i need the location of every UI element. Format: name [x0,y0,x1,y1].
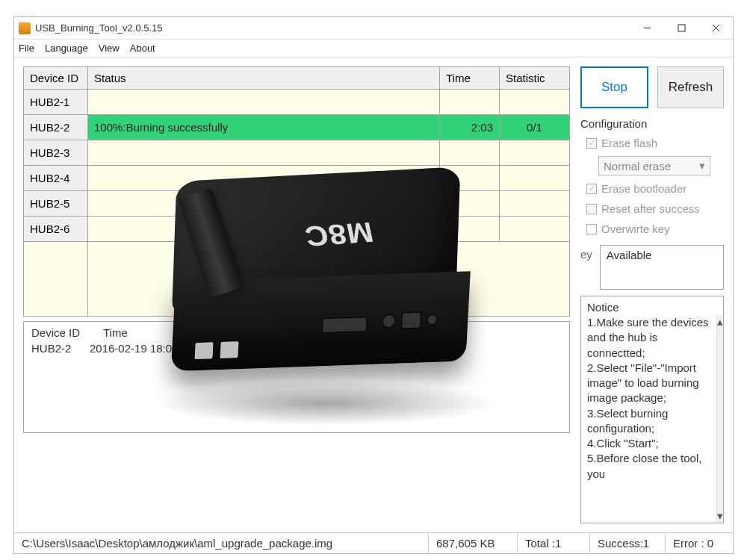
cell-time [440,191,500,217]
col-device-id[interactable]: Device ID [24,67,88,90]
checkbox-icon [586,224,597,234]
cell-time [440,140,500,166]
cell-status [88,166,440,191]
status-success: Success:1 [590,537,665,550]
scroll-down-icon: ▾ [717,509,723,523]
checkbox-icon [586,204,597,214]
key-available-row: ey Available [580,245,724,290]
cell-device-id: HUB2-6 [24,217,88,242]
table-row[interactable]: HUB2-2100%:Burning successfully2:030/1 [24,115,570,140]
cell-device-id: HUB2-2 [24,115,88,140]
refresh-button[interactable]: Refresh [657,66,724,108]
log-col-time: Time [103,326,148,339]
cell-statistic [500,191,570,217]
cell-statistic [500,140,570,166]
cell-statistic [500,90,570,115]
svg-rect-1 [678,25,685,31]
cfg-overwrite-key-label: Overwirte key [601,223,670,235]
window-title: USB_Burning_Tool_v2.0.5.15 [35,22,630,34]
table-row[interactable]: HUB2-1 [24,90,570,115]
menu-language[interactable]: Language [45,43,88,54]
notice-title: Notice [581,296,723,315]
notice-line: 3.Select burning configuration; [587,406,710,437]
cfg-reset-after-label: Reset after success [601,202,700,215]
cell-time: 2:03 [440,115,500,140]
cell-status: 100%:Burning successfully [88,115,440,140]
cell-statistic: 0/1 [500,115,570,140]
cell-device-id: HUB2-3 [24,140,88,166]
status-bar: C:\Users\Isaac\Desktop\амлоджик\aml_upgr… [14,532,733,553]
cfg-reset-after[interactable]: Reset after success [580,202,724,216]
cfg-erase-flash[interactable]: Erase flash [580,136,724,150]
log-result: [0x00000000] [254,342,562,355]
col-status[interactable]: Status [88,67,440,90]
cell-status [88,140,440,166]
close-button[interactable] [698,17,733,39]
cell-time [440,217,500,242]
col-time[interactable]: Time [440,67,500,90]
upper-pane: Device ID Status Time Statistic HUB2-1HU… [23,66,724,523]
log-pane: Device ID Time HUB2-2 2016-02-19 18:05:2… [23,321,570,433]
cfg-erase-flash-label: Erase flash [601,137,657,149]
notice-line: 2.Select "File"-"Import image" to load b… [587,361,710,406]
chevron-down-icon: ▾ [699,159,705,172]
log-device-id: HUB2-2 [31,342,90,355]
app-icon [19,22,31,34]
status-path: C:\Users\Isaac\Desktop\амлоджик\aml_upgr… [14,537,428,550]
erase-mode-value: Normal erase [604,160,671,172]
notice-box: Notice 1.Make sure the devices and the h… [580,296,724,523]
window-controls [630,17,733,39]
notice-line: 5.Before close the tool, you [587,451,710,482]
cell-status [88,90,440,115]
left-pane: Device ID Status Time Statistic HUB2-1HU… [23,66,570,523]
maximize-button[interactable] [664,17,698,39]
table-row[interactable]: HUB2-3 [24,140,570,166]
cell-status [88,191,440,217]
status-total: Total :1 [518,537,589,550]
log-col-id: Device ID [31,326,90,339]
menu-bar: File Language View About [14,40,733,57]
cfg-overwrite-key[interactable]: Overwirte key [580,222,724,236]
app-window: USB_Burning_Tool_v2.0.5.15 File Language… [13,16,734,554]
title-bar: USB_Burning_Tool_v2.0.5.15 [14,17,733,40]
stop-button[interactable]: Stop [580,66,648,108]
cell-device-id: HUB2-5 [24,191,88,217]
status-size: 687,605 KB [429,537,517,550]
cell-status [88,217,440,242]
cell-time [440,166,500,191]
checkbox-icon [586,184,597,194]
status-error: Error : 0 [666,537,733,550]
menu-about[interactable]: About [130,43,155,54]
cell-statistic [500,217,570,242]
log-header: Device ID Time [24,322,569,340]
cell-device-id: HUB2-1 [24,90,88,115]
cfg-erase-bootloader[interactable]: Erase bootloader [580,181,724,196]
device-table: Device ID Status Time Statistic HUB2-1HU… [23,66,570,317]
log-time: 2016-02-19 18:05:24 585 [90,342,254,355]
scroll-up-icon: ▴ [717,315,723,329]
menu-file[interactable]: File [19,43,34,54]
notice-line: 4.Click "Start"; [587,436,710,451]
cell-device-id: HUB2-4 [24,166,88,191]
right-pane: Stop Refresh Configuration Erase flash N… [580,66,724,523]
key-available-value: Available [607,249,652,261]
key-available-box: Available [600,245,724,290]
cfg-erase-bootloader-label: Erase bootloader [601,182,686,195]
content-area: Device ID Status Time Statistic HUB2-1HU… [14,57,733,532]
menu-view[interactable]: View [99,43,120,54]
notice-line: 1.Make sure the devices and the hub is c… [587,315,710,361]
notice-scrollbar[interactable]: ▴ ▾ [716,315,723,523]
erase-mode-select[interactable]: Normal erase ▾ [598,156,710,175]
key-label: ey [580,245,592,261]
checkbox-icon [586,138,597,149]
col-statistic[interactable]: Statistic [500,67,570,90]
log-row: HUB2-2 2016-02-19 18:05:24 585 [0x000000… [24,340,569,356]
config-title: Configuration [580,117,724,130]
minimize-button[interactable] [630,17,664,39]
notice-body: 1.Make sure the devices and the hub is c… [581,315,716,523]
table-row[interactable]: HUB2-5 [24,191,570,217]
table-row[interactable]: HUB2-4 [24,166,570,191]
action-buttons: Stop Refresh [580,66,724,108]
table-row[interactable]: HUB2-6 [24,217,570,242]
cell-time [440,90,500,115]
